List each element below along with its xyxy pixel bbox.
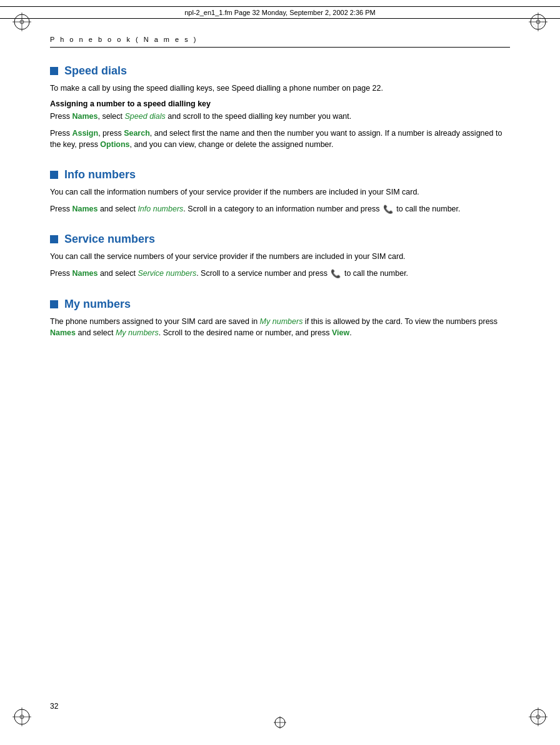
main-content: Speed dials To make a call by using the … <box>50 47 510 695</box>
options-keyword: Options <box>100 140 129 149</box>
my-numbers-para1: The phone numbers assigned to your SIM c… <box>50 316 510 340</box>
names-keyword-3: Names <box>72 269 98 278</box>
speed-dials-intro: To make a call by using the speed dialli… <box>50 83 510 94</box>
call-icon-2: 📞 <box>331 268 341 280</box>
corner-mark-bottom-right <box>529 707 548 726</box>
my-numbers-title: My numbers <box>64 298 131 311</box>
info-numbers-intro: You can call the information numbers of … <box>50 186 510 198</box>
service-numbers-para1: Press Names and select Service numbers. … <box>50 268 510 280</box>
speed-dials-heading: Speed dials <box>50 64 510 78</box>
info-numbers-heading: Info numbers <box>50 168 510 181</box>
search-keyword: Search <box>124 129 150 138</box>
corner-mark-top-right <box>529 13 548 31</box>
blue-square-icon-2 <box>50 171 58 179</box>
info-numbers-title: Info numbers <box>64 168 136 181</box>
blue-square-icon <box>50 67 58 75</box>
service-numbers-keyword: Service numbers <box>138 269 196 278</box>
corner-mark-top-left <box>12 13 31 31</box>
assign-keyword: Assign <box>72 129 98 138</box>
info-numbers-para1: Press Names and select Info numbers. Scr… <box>50 203 510 216</box>
bottom-center-mark <box>274 716 286 731</box>
section-info-numbers: Info numbers You can call the informatio… <box>50 168 510 215</box>
page-header-title: P h o n e b o o k ( N a m e s ) <box>50 36 198 43</box>
page-header: P h o n e b o o k ( N a m e s ) <box>50 34 510 48</box>
top-bar-text: npl-2_en1_1.fm Page 32 Monday, September… <box>184 9 376 16</box>
speed-dials-keyword: Speed dials <box>125 112 166 121</box>
names-keyword-2: Names <box>72 205 98 213</box>
info-numbers-keyword: Info numbers <box>138 205 183 213</box>
view-keyword: View <box>332 328 349 337</box>
section-my-numbers: My numbers The phone numbers assigned to… <box>50 298 510 340</box>
service-numbers-title: Service numbers <box>64 233 155 246</box>
section-speed-dials: Speed dials To make a call by using the … <box>50 64 510 151</box>
names-keyword-4: Names <box>50 328 76 337</box>
page: npl-2_en1_1.fm Page 32 Monday, September… <box>0 0 560 745</box>
my-numbers-keyword-1: My numbers <box>260 317 303 326</box>
page-number: 32 <box>50 702 58 711</box>
speed-dials-para2: Press Assign, press Search, and select f… <box>50 128 510 151</box>
section-service-numbers: Service numbers You can call the service… <box>50 233 510 280</box>
speed-dials-title: Speed dials <box>64 64 127 78</box>
my-numbers-keyword-2: My numbers <box>116 328 159 337</box>
call-icon-1: 📞 <box>383 203 393 216</box>
blue-square-icon-3 <box>50 235 58 243</box>
service-numbers-heading: Service numbers <box>50 233 510 246</box>
corner-mark-bottom-left <box>12 707 31 726</box>
names-keyword-1: Names <box>72 112 98 121</box>
speed-dials-para1: Press Names, select Speed dials and scro… <box>50 111 510 123</box>
speed-dials-subheading: Assigning a number to a speed dialling k… <box>50 99 510 108</box>
blue-square-icon-4 <box>50 300 58 308</box>
my-numbers-heading: My numbers <box>50 298 510 311</box>
top-bar: npl-2_en1_1.fm Page 32 Monday, September… <box>0 6 560 19</box>
service-numbers-intro: You can call the service numbers of your… <box>50 251 510 263</box>
